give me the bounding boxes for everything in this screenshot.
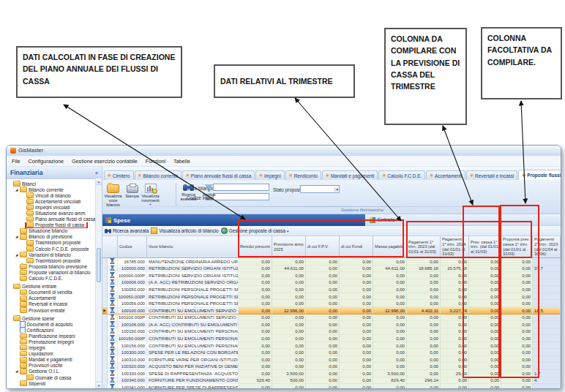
table-row[interactable]: 100106.000(A.A. ACC) CONTRIBUTI SU EMOLU… bbox=[102, 321, 561, 328]
table-row[interactable]: 100000.000PRETRIBUZIONI SERVIZIO ORGANI … bbox=[102, 272, 561, 279]
tree-item-liquidazioni[interactable]: Liquidazioni bbox=[9, 351, 102, 357]
table-row[interactable]: 100056.000RETRIBUZIONI PERSONALE PROGETT… bbox=[102, 300, 561, 307]
tree-item-documenti-di-vendita[interactable]: Documenti di vendita bbox=[9, 290, 102, 295]
scroll-up-icon[interactable]: ▲ bbox=[96, 178, 102, 185]
tree-item-prenotazione-impegni[interactable]: Prenotazione impegni bbox=[9, 339, 102, 344]
tree-item-provvisori-uscite[interactable]: Provvisori uscite bbox=[9, 363, 102, 369]
tab-impegni[interactable]: ◉Impegni bbox=[255, 170, 285, 180]
tree-item-mandati-e-pagamenti[interactable]: Mandati e pagamenti bbox=[9, 357, 102, 363]
tree-item-bilanci[interactable]: Bilanci bbox=[9, 181, 102, 186]
cell-value[interactable]: 3.227,74 bbox=[441, 307, 469, 314]
tab-piano-annuale-flussi-di-cassa[interactable]: ◉Piano annuale flussi di cassa bbox=[182, 170, 255, 180]
menu-item-configurazione[interactable]: Configurazione bbox=[29, 158, 64, 165]
scrollbar-thumb[interactable] bbox=[97, 248, 101, 282]
table-row[interactable]: 100320.000ACQUISTO BENI PER INIZIATIVE D… bbox=[102, 363, 561, 370]
tree-item-reversali-e-incassi[interactable]: Reversali e incassi bbox=[9, 301, 102, 307]
toolbar-button-stampa[interactable]: Stampa bbox=[122, 182, 142, 198]
table-row[interactable]: 100310.000FORNITURE VARIE PER ORGANI IST… bbox=[102, 356, 561, 363]
tree-item-variazioni-di-bilancio[interactable]: ◢Variazioni di bilancio bbox=[9, 252, 102, 257]
table-row[interactable]: 100050.000PRETRIBUZIONI PERSONALE PROGET… bbox=[102, 293, 561, 301]
column-header-residui-presunti[interactable]: Residui presunti bbox=[239, 236, 272, 258]
tree-item-proposte-flussi-di-cassa[interactable]: Proposte flussi di cassa bbox=[9, 222, 102, 228]
tab-accertamenti[interactable]: ◉Accertamenti bbox=[426, 170, 465, 180]
tree-item-proposte-variazioni-di-bilancio[interactable]: Proposte variazioni di bilancio bbox=[9, 269, 102, 275]
scroll-down-icon[interactable]: ▼ bbox=[96, 382, 102, 388]
table-row[interactable]: 100300.000SPESE PER LE RELAZIONI CON BOR… bbox=[102, 349, 561, 356]
tree-item-gestione-o-i-l[interactable]: ◢Gestione O.I.L. bbox=[9, 369, 102, 374]
tab-rendiconto[interactable]: ◉Rendiconto bbox=[285, 170, 321, 180]
tab-calcolo-f-c-d-e[interactable]: ◉Calcolo F.C.D.E. bbox=[378, 170, 425, 180]
cell-value[interactable]: 0,00 bbox=[340, 307, 373, 314]
tree-item-accertamenti[interactable]: Accertamenti bbox=[9, 295, 102, 301]
table-row[interactable]: 100006.000(A.A. ACC) RETRIBUZIONI SERVIZ… bbox=[102, 279, 561, 287]
tree-item-accertamenti-vincolati[interactable]: Accertamenti vincolati bbox=[9, 198, 102, 204]
tree-item-giornale-di-cassa[interactable]: Giornale di cassa bbox=[9, 374, 102, 380]
menu-item-file[interactable]: File bbox=[12, 158, 20, 165]
tree-item-piano-annuale-flussi-di-cassa[interactable]: Piano annuale flussi di cassa bbox=[9, 216, 102, 222]
voce-bilancio-input[interactable] bbox=[213, 184, 269, 191]
cell-value[interactable]: 0,00 bbox=[501, 307, 533, 314]
tab-spese[interactable]: Spese ▲ bbox=[102, 214, 365, 226]
chevron-down-icon[interactable]: ▾ bbox=[287, 229, 289, 233]
column-header-pagamenti-1-trim-2024-dal-01-01-al-31-03[interactable]: Pagamenti 1° trim. 2024 (dal 01/01 al 31… bbox=[441, 236, 469, 258]
tree-item-situazione-avanzo-amm[interactable]: Situazione avanzo amm. bbox=[9, 210, 102, 216]
chevron-down-icon[interactable]: ▾ bbox=[141, 203, 160, 206]
grid-toolbar-gestione-proposte-di-cassa[interactable]: Gestione proposte di cassa▾ bbox=[221, 227, 289, 234]
tree-item-calcolo-f-c-d-e[interactable]: Calcolo F.C.D.E. bbox=[9, 276, 102, 282]
sidebar-header[interactable]: Finanziaria « bbox=[7, 167, 102, 179]
menu-item-funzioni[interactable]: Funzioni bbox=[146, 158, 165, 165]
column-header-di-cui-f-p-v[interactable]: di cui F.P.V. bbox=[306, 236, 340, 258]
codice-interno-input[interactable] bbox=[213, 193, 269, 200]
table-row[interactable]: 100150.000CONTRIBUTI SU EMOLUMENTI PERSO… bbox=[102, 328, 561, 336]
tree-item-impegni-vincolati[interactable]: Impegni vincolati bbox=[9, 204, 102, 210]
toolbar-button-ricerca-avanzata[interactable]: Ricerca avanzata bbox=[179, 182, 198, 201]
tree-item-bilancio-corrente[interactable]: ◢Bilancio corrente bbox=[9, 186, 102, 192]
toolbar-button-visualizza-voce-bilancio[interactable]: Visualizza voce bilancio bbox=[103, 182, 123, 208]
cell-value[interactable]: 12.996,00 bbox=[373, 307, 407, 314]
column-header-previsione-anno-2025[interactable]: Previsione anno 2025 bbox=[272, 236, 306, 258]
column-header-proposta-prev-cassa-1-trim-dal-01-01-al-31-03[interactable]: Proposta prev. cassa 1° trim. (dal 01/01… bbox=[501, 236, 533, 258]
tree-item-gestione-entrate[interactable]: Gestione entrate bbox=[9, 284, 102, 290]
tree-item-pianificazione-impegni[interactable]: Pianificazione impegni bbox=[9, 333, 102, 339]
tree-item-calcolo-f-c-d-e-proposte[interactable]: Calcolo F.C.D.E. proposte bbox=[9, 246, 102, 252]
tab-bilancio-corrente[interactable]: ◉Bilancio corrente bbox=[135, 170, 182, 180]
column-header-pagamenti-1-trim-2023-dal-01-01-al-31-03[interactable]: Pagamenti 1° trim. 2023 (dal 01/01 al 31… bbox=[407, 236, 441, 258]
tab-cimitero[interactable]: ◉Cimitero bbox=[104, 170, 134, 180]
tree-item-impegni[interactable]: Impegni bbox=[9, 345, 102, 351]
tree-item-vincoli-di-bilancio[interactable]: Vincoli di bilancio bbox=[9, 192, 102, 198]
tab-proposte-flussi-di-cassa[interactable]: ◉Proposte flussi di cassa bbox=[518, 170, 561, 180]
tab-reversali-e-incassi[interactable]: ◉Reversali e incassi bbox=[466, 170, 517, 180]
table-row[interactable]: 100340.000FORNITURE PER FUNZIONAMENTO CO… bbox=[102, 377, 561, 385]
column-header-pagamenti-2-trim-2023-dal-01-04-al-30-06[interactable]: Pagamenti 2° trim. 2023 (dal 01/04 al 30… bbox=[533, 236, 561, 258]
cell-value[interactable]: 12.996,00 bbox=[272, 307, 306, 314]
table-row[interactable]: 100050.000RETRIBUZIONI PERSONALE PROGETT… bbox=[102, 286, 561, 293]
tree-item-proposta-bilancio-previsione[interactable]: Proposta bilancio previsione bbox=[9, 263, 102, 269]
autohide-pin-icon[interactable]: « bbox=[95, 170, 98, 176]
tab-mandati-e-pagamenti[interactable]: ◉Mandati e pagamenti bbox=[322, 170, 378, 180]
stato-proposte-select[interactable]: ▾ bbox=[300, 185, 340, 193]
column-header-codice[interactable]: Codice bbox=[118, 236, 147, 258]
cell-value[interactable]: 18.5 bbox=[533, 307, 561, 314]
tree-item-provvisori-entrate[interactable]: Provvisori entrate bbox=[9, 307, 102, 313]
tab-entrate[interactable]: Entrate bbox=[365, 214, 561, 226]
cell-value[interactable]: 4.402,11 bbox=[407, 307, 441, 314]
column-header-prev-cassa-1-trim-dal-01-01-al-31-03[interactable]: Prev. cassa 1° trim. (dal 01/01 al 31/03… bbox=[469, 236, 501, 258]
chevron-down-icon[interactable]: ▾ bbox=[334, 187, 339, 192]
column-header-massa-pagabile[interactable]: Massa pagabile bbox=[373, 236, 407, 258]
menu-item-tabelle[interactable]: Tabelle bbox=[173, 158, 190, 165]
cell-value[interactable]: 0,00 bbox=[239, 307, 272, 314]
collapse-handle-icon[interactable]: ▲ bbox=[359, 218, 362, 222]
grid-toolbar-ricerca-avanzata[interactable]: Ricerca avanzata bbox=[105, 228, 149, 233]
tree-item-gestione-spese[interactable]: Gestione spese bbox=[9, 315, 102, 321]
grid-toolbar-visualizza-articolo-di-bilancio[interactable]: Visualizza articolo di bilancio bbox=[151, 227, 218, 234]
tree-item-certificazioni[interactable]: Certificazioni bbox=[9, 327, 102, 333]
table-row[interactable]: 100330.000SPESE DI RAPPRESENTANZA -ACQUI… bbox=[102, 370, 561, 377]
title-bar[interactable]: GisMaster bbox=[7, 146, 561, 156]
table-row[interactable]: 100150.000PCONTRIBUTI SU EMOLUMENTI PERS… bbox=[102, 335, 561, 342]
column-header-voce-bilancio[interactable]: Voce bilancio bbox=[147, 236, 239, 258]
tree-item-stipendi[interactable]: Stipendi bbox=[9, 380, 102, 386]
table-row[interactable]: 100000.000RETRIBUZIONI SERVIZIO ORGANI I… bbox=[102, 265, 561, 273]
sidebar-scrollbar[interactable]: ▲ ▼ bbox=[95, 178, 102, 388]
cell-value[interactable]: 0,00 bbox=[469, 307, 501, 314]
menu-item-gestione-esercizio-contabile[interactable]: Gestione esercizio contabile bbox=[72, 158, 138, 165]
